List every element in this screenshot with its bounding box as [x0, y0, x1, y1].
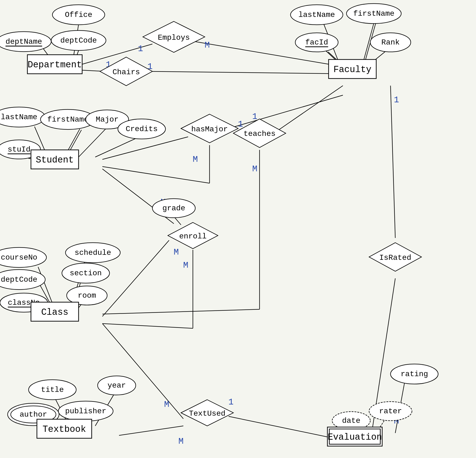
attr-firstname-fac-label: firstName [353, 9, 395, 18]
attr-deptcode-cls-label: deptCode [1, 275, 37, 284]
cardinality-textused-1: 1 [228, 397, 234, 407]
svg-line-12 [149, 71, 343, 74]
cardinality-employs-m: M [204, 41, 210, 50]
attr-credits-label: Credits [126, 125, 158, 133]
cardinality-teaches-1: 1 [252, 112, 257, 122]
attr-stuid-label: stuId [8, 145, 31, 154]
cardinality-israted-1: 1 [394, 95, 399, 105]
relationship-enroll-label: enroll [179, 232, 206, 241]
entity-textbook-label: Textbook [43, 424, 86, 434]
attr-room-label: room [78, 291, 96, 300]
svg-line-43 [102, 324, 183, 419]
attr-year-label: year [108, 381, 126, 390]
attr-firstname-stu-label: firstName [47, 115, 89, 124]
attr-office-label: Office [65, 10, 92, 19]
cardinality-hasmajor-1: 1 [238, 119, 243, 129]
cardinality-employs-1: 1 [138, 44, 143, 54]
svg-line-18 [79, 126, 108, 157]
cardinality-enroll-m2: M [174, 247, 179, 257]
attr-rating-label: rating [400, 370, 428, 379]
relationship-employs-label: Employs [158, 33, 190, 42]
relationship-israted-label: IsRated [379, 253, 411, 262]
attr-lastname-fac-label: lastName [298, 10, 335, 19]
attr-title-label: title [41, 385, 64, 394]
relationship-textused-label: TextUsed [189, 409, 226, 418]
entity-class-label: Class [41, 307, 68, 317]
attr-lastname-stu-label: lastName [1, 113, 37, 122]
attr-courseno-label: courseNo [1, 253, 37, 262]
svg-line-26 [102, 309, 260, 314]
attr-facid-label: facId [305, 38, 328, 47]
entity-department-label: Department [28, 60, 82, 70]
entity-evaluation-label: Evaluation [328, 432, 382, 442]
relationship-hasmajor-label: hasMajor [191, 125, 228, 134]
attr-section-label: section [70, 269, 102, 278]
cardinality-textused-m1: M [164, 400, 169, 409]
cardinality-teaches-m: M [252, 164, 257, 174]
svg-line-23 [102, 167, 210, 183]
entity-student-label: Student [36, 155, 74, 165]
svg-line-45 [229, 416, 343, 440]
attr-rank-label: Rank [382, 38, 400, 47]
cardinality-textused-m2: M [178, 437, 184, 446]
attr-rater-label: rater [379, 407, 402, 416]
attr-major-label: Major [96, 115, 119, 124]
attr-grade-label: grade [162, 204, 185, 213]
cardinality-hasmajor-m: M [193, 155, 198, 164]
entity-faculty-label: Faculty [333, 65, 372, 75]
attr-deptname-label: deptName [6, 37, 42, 46]
svg-line-19 [95, 139, 136, 157]
relationship-chairs-label: Chairs [112, 68, 140, 77]
svg-line-21 [229, 95, 343, 128]
cardinality-enroll-m3: M [183, 260, 188, 270]
svg-line-31 [102, 324, 193, 328]
attr-date-label: date [342, 416, 360, 425]
relationship-teaches-label: teaches [244, 129, 275, 138]
attr-deptcode-dept-label: deptCode [60, 36, 97, 45]
svg-line-46 [391, 86, 395, 238]
attr-schedule-label: schedule [75, 248, 111, 257]
attr-author-label: author [19, 410, 47, 419]
svg-line-44 [119, 426, 183, 435]
attr-publisher-label: publisher [65, 407, 106, 416]
svg-line-24 [274, 86, 343, 133]
